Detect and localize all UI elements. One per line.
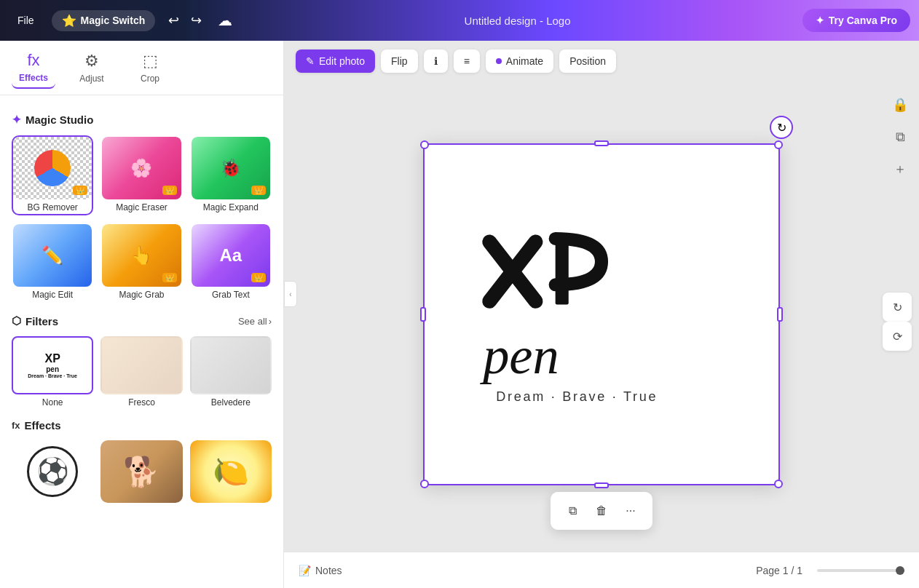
handle-top-right[interactable] (774, 140, 783, 149)
magic-studio-section: ✦ Magic Studio 👑 BG Remover (12, 113, 272, 303)
handle-top-middle[interactable] (594, 140, 609, 146)
grab-text-label: Grab Text (192, 290, 270, 301)
adjust-tool[interactable]: ⚙ Adjust (70, 47, 114, 88)
effects-label: Effects (19, 73, 48, 83)
page-info: Page 1 / 1 (756, 565, 802, 576)
crown-icon-eraser: 👑 (162, 186, 177, 195)
flip-button[interactable]: Flip (381, 49, 418, 73)
effects-icon: fx (27, 51, 39, 70)
toolbar: fx Effects ⚙ Adjust ⬚ Crop (0, 41, 283, 95)
copy-to-clipboard-button[interactable]: ⧉ (559, 498, 585, 524)
magic-grab-card[interactable]: 👆 👑 Magic Grab (100, 223, 182, 303)
filters-header: ⬡ Filters See all › (12, 314, 272, 327)
adjust-icon: ⚙ (84, 52, 99, 71)
filters-grid: XP pen Dream · Brave · True None Fresco (12, 336, 272, 408)
zoom-thumb[interactable] (896, 566, 904, 575)
crop-tool[interactable]: ⬚ Crop (128, 47, 172, 88)
edit-photo-icon: ✎ (306, 55, 315, 67)
grab-text-card[interactable]: Aa 👑 Grab Text (190, 223, 272, 303)
notes-icon: 📝 (299, 565, 311, 576)
magic-switch-star-icon: ⭐ (62, 14, 76, 28)
chevron-right-icon: › (269, 316, 272, 327)
filters-section: ⬡ Filters See all › XP pen (12, 314, 272, 408)
magic-grab-label: Magic Grab (102, 290, 181, 301)
filter-belvedere-preview (190, 336, 272, 394)
right-refresh-button[interactable]: ⟳ (883, 322, 912, 351)
panel-content: ✦ Magic Studio 👑 BG Remover (0, 95, 283, 588)
rotate-icon: ↻ (777, 121, 786, 135)
position-button[interactable]: Position (559, 49, 616, 73)
handle-bottom-right[interactable] (774, 480, 783, 488)
add-button[interactable]: ＋ (887, 156, 913, 182)
effect-soccer-card[interactable]: ⚽ (12, 440, 93, 503)
zoom-bar (817, 569, 904, 572)
try-pro-label: Try Canva Pro (829, 15, 897, 26)
effects-fx-icon: fx (12, 420, 20, 431)
magic-eraser-label: Magic Eraser (102, 202, 181, 214)
redo-button[interactable]: ↪ (186, 9, 206, 31)
top-bar: File ⭐ Magic Switch ↩ ↪ ☁ Untitled desig… (0, 0, 919, 41)
filters-title: ⬡ Filters (12, 314, 58, 327)
notes-button[interactable]: 📝 Notes (299, 565, 342, 576)
try-pro-button[interactable]: ✦ Try Canva Pro (802, 9, 910, 32)
magic-switch-label: Magic Switch (81, 15, 146, 26)
left-panel-collapse-button[interactable]: ‹ (284, 281, 297, 307)
sparkle-icon: ✦ (12, 113, 21, 127)
handle-bottom-left[interactable] (420, 480, 429, 488)
bottom-bar: 📝 Notes Page 1 / 1 (284, 552, 919, 588)
copy-button[interactable]: ⧉ (887, 124, 913, 150)
handle-middle-left[interactable] (420, 307, 426, 322)
magic-eraser-card[interactable]: 🌸 👑 Magic Eraser (100, 135, 182, 215)
save-button[interactable]: ☁ (218, 12, 232, 29)
right-rotate-button[interactable]: ↻ (883, 293, 912, 322)
filter-fresco-preview (100, 336, 182, 394)
filter-none-card[interactable]: XP pen Dream · Brave · True None (12, 336, 93, 408)
edit-photo-button[interactable]: ✎ Edit photo (296, 49, 375, 73)
magic-switch-button[interactable]: ⭐ Magic Switch (52, 10, 156, 31)
filter-none-label: None (12, 397, 93, 408)
rotate-handle[interactable]: ↻ (770, 116, 793, 139)
effects-title: fx Effects (12, 419, 61, 432)
bg-remover-card[interactable]: 👑 BG Remover (12, 135, 93, 215)
effects-section: fx Effects ⚽ 🐕 (12, 419, 272, 503)
bg-remover-label: BG Remover (13, 202, 92, 214)
magic-studio-header: ✦ Magic Studio (12, 113, 272, 127)
animate-button[interactable]: Animate (486, 49, 553, 73)
effect-dog-card[interactable]: 🐕 (100, 440, 182, 503)
magic-studio-title: ✦ Magic Studio (12, 113, 93, 127)
adjust-label: Adjust (79, 74, 103, 84)
magic-studio-grid: 👑 BG Remover 🌸 👑 Magic Eraser (12, 135, 272, 303)
file-button[interactable]: File (9, 10, 43, 31)
filter-belvedere-label: Belvedere (190, 397, 272, 408)
zoom-track[interactable] (817, 569, 904, 572)
crown-icon-text: 👑 (251, 273, 266, 282)
canvas-top-icons: 🔒 ⧉ ＋ (887, 92, 913, 182)
svg-text:Dream · Brave · True: Dream · Brave · True (496, 389, 658, 404)
more-options-button[interactable]: ··· (618, 498, 644, 524)
info-icon: ℹ (434, 55, 438, 67)
effect-lemon-card[interactable]: 🍋 (190, 440, 272, 503)
delete-button[interactable]: 🗑 (588, 498, 615, 524)
copy-icon: ⧉ (896, 130, 905, 145)
magic-expand-card[interactable]: 🐞 👑 Magic Expand (190, 135, 272, 215)
crown-icon-expand: 👑 (251, 186, 266, 195)
filter-fresco-card[interactable]: Fresco (100, 336, 182, 408)
rotate-right-icon: ↻ (893, 301, 902, 314)
crop-icon: ⬚ (143, 52, 158, 71)
handle-middle-right[interactable] (777, 307, 783, 322)
refresh-icon: ⟳ (893, 330, 902, 343)
lock-button[interactable]: 🔒 (887, 92, 913, 118)
handle-bottom-middle[interactable] (594, 482, 609, 488)
undo-button[interactable]: ↩ (164, 9, 184, 31)
design-canvas[interactable]: ↻ pen Dream · Br (423, 143, 780, 485)
options-button[interactable]: ≡ (454, 49, 480, 73)
crown-icon: 👑 (73, 186, 87, 195)
handle-top-left[interactable] (420, 140, 429, 149)
effects-tool[interactable]: fx Effects (12, 47, 55, 89)
magic-edit-card[interactable]: ✏️ Magic Edit (12, 223, 93, 303)
crop-label: Crop (141, 74, 159, 84)
see-all-button[interactable]: See all › (238, 316, 272, 327)
info-button[interactable]: ℹ (424, 49, 448, 73)
delete-icon: 🗑 (596, 504, 607, 517)
filter-belvedere-card[interactable]: Belvedere (190, 336, 272, 408)
